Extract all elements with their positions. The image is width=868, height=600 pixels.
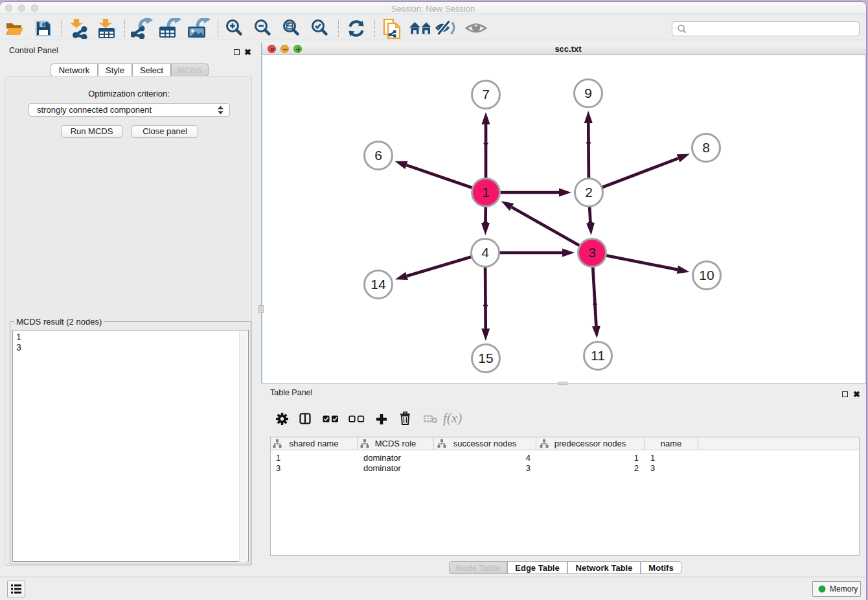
svg-text:1: 1 (482, 185, 490, 200)
svg-text:8: 8 (702, 140, 710, 155)
svg-text:7: 7 (482, 87, 490, 102)
svg-text:9: 9 (584, 86, 592, 100)
svg-text:14: 14 (371, 277, 386, 292)
svg-text:15: 15 (478, 351, 493, 365)
svg-text:6: 6 (374, 148, 382, 163)
svg-text:2: 2 (585, 185, 593, 200)
svg-text:3: 3 (588, 245, 596, 260)
svg-text:11: 11 (591, 348, 605, 363)
svg-text:4: 4 (481, 245, 489, 260)
svg-text:10: 10 (699, 268, 714, 283)
